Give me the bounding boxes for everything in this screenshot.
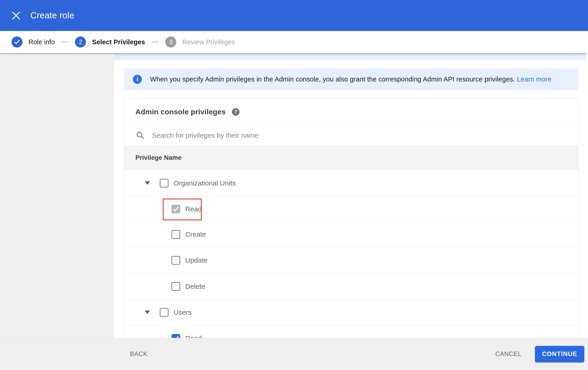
step-review-privileges[interactable]: 3 Review Privileges: [165, 37, 235, 48]
search-row: [124, 125, 578, 146]
cancel-button[interactable]: CANCEL: [495, 350, 522, 358]
main-panel: i When you specify Admin privileges in t…: [114, 53, 588, 338]
search-icon: [136, 131, 145, 140]
checkbox-organizational-units[interactable]: [160, 179, 168, 188]
info-icon: i: [133, 75, 142, 84]
row-users: Users: [124, 300, 578, 325]
checkbox-users[interactable]: [160, 308, 168, 317]
row-organizational-units: Organizational Units: [124, 170, 578, 197]
create-role-dialog: Create role Role info 2 Select Privilege…: [0, 0, 588, 370]
wizard-stepper: Role info 2 Select Privileges 3 Review P…: [0, 31, 588, 53]
checkbox-ou-delete[interactable]: [171, 282, 180, 291]
step-role-info[interactable]: Role info: [11, 37, 55, 48]
search-input[interactable]: [152, 129, 578, 142]
step-label: Select Privileges: [92, 38, 145, 46]
checkbox-ou-update[interactable]: [171, 256, 180, 265]
footer-bar: BACK CANCEL CONTINUE: [0, 338, 588, 370]
back-button[interactable]: BACK: [130, 350, 147, 358]
table-header: Privilege Name: [124, 146, 578, 170]
check-icon: [14, 39, 20, 45]
row-label: Read: [185, 334, 202, 338]
row-users-read: Read: [124, 325, 578, 338]
row-ou-delete: Delete: [124, 273, 578, 300]
help-icon[interactable]: ?: [232, 108, 240, 116]
privilege-rows: Organizational Units Read Creat: [124, 170, 578, 338]
row-label: Read: [185, 205, 202, 213]
info-banner-text: When you specify Admin privileges in the…: [150, 76, 551, 83]
learn-more-link[interactable]: Learn more: [517, 76, 551, 83]
privilege-name-header: Privilege Name: [135, 154, 182, 161]
continue-button[interactable]: CONTINUE: [535, 346, 584, 362]
row-ou-read: Read: [124, 197, 578, 221]
step-connector: [151, 41, 159, 42]
step-done-circle: [11, 37, 22, 48]
step-number-circle: 2: [75, 37, 86, 48]
checkbox-users-read[interactable]: [171, 334, 180, 338]
step-number-circle: 3: [165, 37, 176, 48]
info-banner: i When you specify Admin privileges in t…: [124, 68, 578, 90]
privileges-card: Admin console privileges ? Privilege Nam…: [124, 99, 578, 338]
row-label: Organizational Units: [174, 179, 236, 187]
close-button[interactable]: [10, 10, 21, 21]
row-label: Create: [185, 230, 206, 238]
close-icon: [11, 11, 21, 20]
row-label: Delete: [185, 282, 205, 290]
content-area: i When you specify Admin privileges in t…: [0, 53, 588, 338]
checkbox-ou-create[interactable]: [171, 230, 180, 239]
row-ou-update: Update: [124, 247, 578, 273]
step-label: Review Privileges: [182, 38, 235, 46]
check-icon: [172, 206, 179, 212]
info-banner-message: When you specify Admin privileges in the…: [150, 76, 515, 83]
step-label: Role info: [29, 38, 55, 46]
dialog-title: Create role: [30, 10, 74, 20]
scroll-top-band: [114, 53, 586, 60]
collapse-arrow-icon[interactable]: [145, 310, 150, 314]
card-header: Admin console privileges ?: [124, 99, 578, 125]
collapse-arrow-icon[interactable]: [145, 181, 150, 185]
check-icon: [172, 335, 179, 338]
row-label: Users: [174, 309, 191, 316]
left-panel: [0, 53, 114, 338]
row-ou-create: Create: [124, 221, 578, 247]
step-connector: [61, 41, 69, 42]
row-label: Update: [185, 256, 208, 264]
card-title: Admin console privileges: [135, 108, 225, 116]
app-bar: Create role: [0, 0, 588, 31]
step-select-privileges[interactable]: 2 Select Privileges: [75, 37, 145, 48]
checkbox-ou-read[interactable]: [171, 205, 180, 213]
